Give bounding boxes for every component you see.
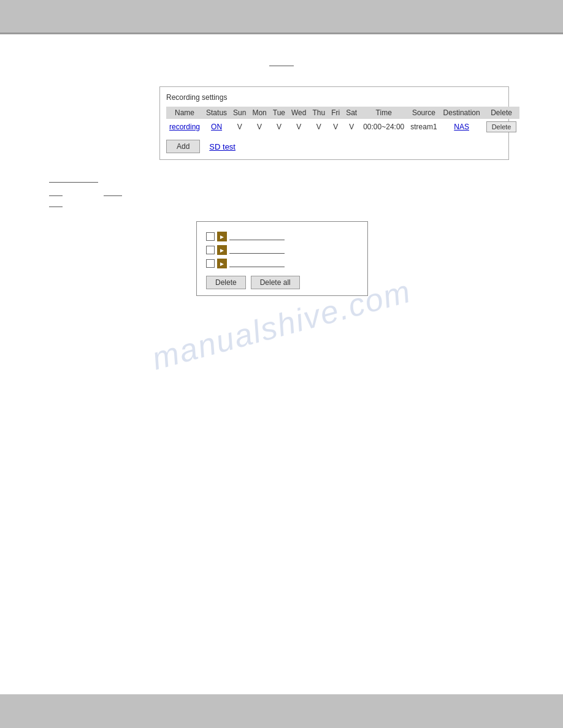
file-arrow-icon-2: ► bbox=[217, 245, 227, 255]
col-fri: Fri bbox=[328, 107, 343, 119]
main-content: Recording settings Name Status Sun Mon T… bbox=[0, 47, 563, 707]
sd-test-link[interactable]: SD test bbox=[209, 142, 236, 151]
top-separator bbox=[0, 34, 563, 34]
file-row-3: ► bbox=[206, 259, 358, 268]
text-row-3 bbox=[49, 200, 538, 209]
top-decoration-line bbox=[269, 66, 294, 66]
col-destination: Destination bbox=[440, 107, 483, 119]
recording-table: Name Status Sun Mon Tue Wed Thu Fri Sat … bbox=[166, 107, 519, 135]
text-row-1 bbox=[49, 178, 538, 187]
file-name-1 bbox=[229, 233, 285, 240]
file-row-1: ► bbox=[206, 232, 358, 241]
delete-button[interactable]: Delete bbox=[206, 276, 246, 289]
cell-sun: V bbox=[230, 119, 249, 135]
file-panel-buttons: Delete Delete all bbox=[206, 276, 358, 289]
cell-wed: V bbox=[288, 119, 309, 135]
recording-status-link[interactable]: ON bbox=[211, 123, 222, 131]
col-time: Time bbox=[360, 107, 407, 119]
col-wed: Wed bbox=[288, 107, 309, 119]
cell-tue: V bbox=[270, 119, 288, 135]
cell-sat: V bbox=[343, 119, 360, 135]
col-thu: Thu bbox=[309, 107, 328, 119]
file-checkbox-2[interactable] bbox=[206, 246, 215, 254]
text-line-2 bbox=[49, 195, 63, 196]
cell-status: ON bbox=[203, 119, 230, 135]
table-header-row: Name Status Sun Mon Tue Wed Thu Fri Sat … bbox=[166, 107, 519, 119]
file-name-3 bbox=[229, 260, 285, 267]
panel-footer: Add SD test bbox=[166, 140, 502, 153]
col-source: Source bbox=[407, 107, 440, 119]
cell-thu: V bbox=[309, 119, 328, 135]
table-row: recording ON V V V V V V V 00:00~24:00 s… bbox=[166, 119, 519, 135]
add-button[interactable]: Add bbox=[166, 140, 200, 153]
col-tue: Tue bbox=[270, 107, 288, 119]
col-sun: Sun bbox=[230, 107, 249, 119]
text-row-2 bbox=[49, 189, 538, 198]
cell-source: stream1 bbox=[407, 119, 440, 135]
col-status: Status bbox=[203, 107, 230, 119]
col-name: Name bbox=[166, 107, 203, 119]
footer-bar bbox=[0, 694, 563, 728]
file-checkbox-1[interactable] bbox=[206, 232, 215, 241]
delete-all-button[interactable]: Delete all bbox=[251, 276, 300, 289]
recording-settings-panel: Recording settings Name Status Sun Mon T… bbox=[159, 86, 509, 160]
cell-delete-btn: Delete bbox=[483, 119, 520, 135]
col-sat: Sat bbox=[343, 107, 360, 119]
file-checkbox-3[interactable] bbox=[206, 259, 215, 268]
delete-row-button[interactable]: Delete bbox=[486, 121, 517, 132]
recording-settings-title: Recording settings bbox=[166, 93, 502, 102]
text-line-1 bbox=[49, 182, 98, 183]
cell-name: recording bbox=[166, 119, 203, 135]
text-line-4 bbox=[49, 207, 63, 207]
cell-time: 00:00~24:00 bbox=[360, 119, 407, 135]
cell-fri: V bbox=[328, 119, 343, 135]
text-section bbox=[49, 178, 538, 209]
file-arrow-icon-3: ► bbox=[217, 259, 227, 268]
file-name-2 bbox=[229, 246, 285, 254]
col-delete: Delete bbox=[483, 107, 520, 119]
destination-link[interactable]: NAS bbox=[454, 123, 469, 131]
text-line-3 bbox=[104, 195, 122, 196]
file-arrow-icon-1: ► bbox=[217, 232, 227, 241]
recording-name-link[interactable]: recording bbox=[169, 123, 200, 131]
file-panel: ► ► ► Delete Delete all bbox=[196, 221, 368, 296]
cell-destination: NAS bbox=[440, 119, 483, 135]
header-bar bbox=[0, 0, 563, 34]
cell-mon: V bbox=[249, 119, 269, 135]
file-row-2: ► bbox=[206, 245, 358, 255]
col-mon: Mon bbox=[249, 107, 269, 119]
